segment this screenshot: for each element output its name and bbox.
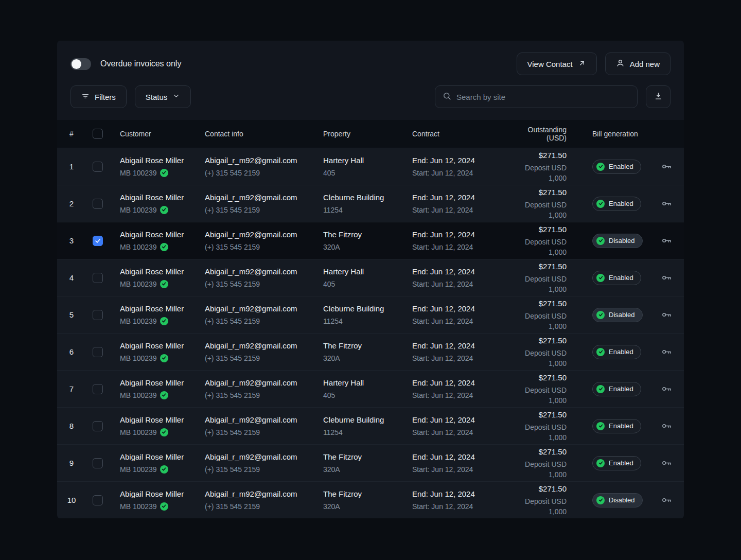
table-row[interactable]: 9 Abigail Rose Miller MB 100239 Abigail_… xyxy=(57,444,684,481)
deposit-amount: Deposit USD 1,000 xyxy=(508,422,567,443)
outstanding-cell: $271.50 Deposit USD 1,000 xyxy=(508,299,572,331)
contract-cell: End: Jun 12, 2024 Start: Jun 12, 2024 xyxy=(412,415,508,437)
table-row[interactable]: 6 Abigail Rose Miller MB 100239 Abigail_… xyxy=(57,333,684,370)
key-icon[interactable] xyxy=(659,344,674,359)
download-button[interactable] xyxy=(646,85,671,108)
row-number: 5 xyxy=(57,310,86,320)
status-check-icon xyxy=(596,200,605,208)
row-checkbox[interactable] xyxy=(93,384,103,394)
table-row[interactable]: 3 Abigail Rose Miller MB 100239 Abigail_… xyxy=(57,222,684,259)
deposit-amount: Deposit USD 1,000 xyxy=(508,274,567,294)
customer-cell: Abigail Rose Miller MB 100239 xyxy=(110,304,205,326)
bill-status-badge[interactable]: Disabled xyxy=(592,493,643,507)
status-dropdown[interactable]: Status xyxy=(135,85,191,108)
row-checkbox[interactable] xyxy=(93,310,103,320)
outstanding-cell: $271.50 Deposit USD 1,000 xyxy=(508,150,572,183)
row-checkbox[interactable] xyxy=(93,347,103,357)
bill-status-badge[interactable]: Disabled xyxy=(592,308,643,322)
bill-status-badge[interactable]: Enabled xyxy=(592,419,641,433)
customer-name: Abigail Rose Miller xyxy=(120,192,205,203)
customer-email: Abigail_r_m92@gmail.com xyxy=(205,415,323,425)
bill-status-badge[interactable]: Enabled xyxy=(592,271,641,285)
customer-email: Abigail_r_m92@gmail.com xyxy=(205,489,323,499)
property-name: Cleburne Building xyxy=(323,192,412,203)
table-row[interactable]: 10 Abigail Rose Miller MB 100239 Abigail… xyxy=(57,481,684,518)
customer-email: Abigail_r_m92@gmail.com xyxy=(205,452,323,462)
contact-cell: Abigail_r_m92@gmail.com (+) 315 545 2159 xyxy=(205,452,323,475)
property-unit: 320A xyxy=(323,501,412,512)
row-checkbox[interactable] xyxy=(93,495,103,505)
row-checkbox[interactable] xyxy=(93,421,103,431)
bill-status-badge[interactable]: Disabled xyxy=(592,234,643,248)
search-input[interactable] xyxy=(456,93,630,101)
row-checkbox[interactable] xyxy=(93,236,103,246)
key-icon[interactable] xyxy=(659,159,674,174)
row-number: 8 xyxy=(57,421,86,431)
customer-name: Abigail Rose Miller xyxy=(120,341,205,351)
outstanding-cell: $271.50 Deposit USD 1,000 xyxy=(508,410,572,443)
key-icon[interactable] xyxy=(659,493,674,507)
row-checkbox[interactable] xyxy=(93,162,103,172)
row-actions-cell xyxy=(649,456,684,470)
view-contact-button[interactable]: View Contact xyxy=(517,52,597,75)
bill-status-badge[interactable]: Enabled xyxy=(592,197,641,211)
search-box[interactable] xyxy=(435,85,638,108)
filters-button[interactable]: Filters xyxy=(70,85,127,108)
contact-cell: Abigail_r_m92@gmail.com (+) 315 545 2159 xyxy=(205,304,323,326)
bill-status-badge[interactable]: Enabled xyxy=(592,160,641,174)
contract-start: Start: Jun 12, 2024 xyxy=(412,427,508,437)
contract-start: Start: Jun 12, 2024 xyxy=(412,279,508,289)
customer-cell: Abigail Rose Miller MB 100239 xyxy=(110,155,205,178)
contract-start: Start: Jun 12, 2024 xyxy=(412,353,508,363)
bill-status-label: Enabled xyxy=(609,274,633,282)
customer-id: MB 100239 xyxy=(120,390,157,400)
overdue-invoices-toggle[interactable]: Overdue invoices only xyxy=(70,58,181,70)
table-row[interactable]: 4 Abigail Rose Miller MB 100239 Abigail_… xyxy=(57,259,684,296)
key-icon[interactable] xyxy=(659,196,674,211)
row-checkbox[interactable] xyxy=(93,273,103,283)
contact-cell: Abigail_r_m92@gmail.com (+) 315 545 2159 xyxy=(205,230,323,252)
controls-section: Overdue invoices only View Contact Add n… xyxy=(57,41,684,108)
row-checkbox-cell xyxy=(86,199,110,209)
row-checkbox[interactable] xyxy=(93,458,103,468)
bill-status-badge[interactable]: Enabled xyxy=(592,382,641,396)
key-icon[interactable] xyxy=(659,418,674,433)
customer-id: MB 100239 xyxy=(120,279,157,289)
overdue-toggle-label: Overdue invoices only xyxy=(100,59,181,68)
select-all-checkbox[interactable] xyxy=(93,129,103,139)
table-row[interactable]: 8 Abigail Rose Miller MB 100239 Abigail_… xyxy=(57,407,684,444)
add-new-button[interactable]: Add new xyxy=(605,52,671,75)
bill-status-badge[interactable]: Enabled xyxy=(592,456,641,470)
table-row[interactable]: 1 Abigail Rose Miller MB 100239 Abigail_… xyxy=(57,148,684,185)
verified-badge-icon xyxy=(160,206,168,214)
toggle-track[interactable] xyxy=(70,58,91,70)
deposit-amount: Deposit USD 1,000 xyxy=(508,237,567,257)
customer-name: Abigail Rose Miller xyxy=(120,415,205,425)
deposit-amount: Deposit USD 1,000 xyxy=(508,163,567,183)
customer-phone: (+) 315 545 2159 xyxy=(205,464,323,475)
row-actions-cell xyxy=(649,307,684,322)
row-checkbox-cell xyxy=(86,495,110,505)
customer-email: Abigail_r_m92@gmail.com xyxy=(205,341,323,351)
key-icon[interactable] xyxy=(659,456,674,470)
outstanding-amount: $271.50 xyxy=(508,410,567,420)
table-row[interactable]: 7 Abigail Rose Miller MB 100239 Abigail_… xyxy=(57,370,684,407)
key-icon[interactable] xyxy=(659,270,674,285)
key-icon[interactable] xyxy=(659,381,674,396)
bill-status-badge[interactable]: Enabled xyxy=(592,345,641,359)
bill-status-label: Enabled xyxy=(609,200,633,207)
property-cell: Hartery Hall 405 xyxy=(323,155,412,178)
filter-group: Filters Status xyxy=(70,85,191,108)
table-row[interactable]: 5 Abigail Rose Miller MB 100239 Abigail_… xyxy=(57,296,684,333)
key-icon[interactable] xyxy=(659,233,674,248)
bill-generation-cell: Enabled xyxy=(572,345,649,359)
property-cell: Hartery Hall 405 xyxy=(323,267,412,289)
bill-generation-cell: Disabled xyxy=(572,234,649,248)
key-icon[interactable] xyxy=(659,307,674,322)
customer-email: Abigail_r_m92@gmail.com xyxy=(205,155,323,166)
property-cell: The Fitzroy 320A xyxy=(323,452,412,475)
outstanding-amount: $271.50 xyxy=(508,484,567,494)
table-row[interactable]: 2 Abigail Rose Miller MB 100239 Abigail_… xyxy=(57,185,684,222)
verified-badge-icon xyxy=(160,280,168,288)
row-checkbox[interactable] xyxy=(93,199,103,209)
